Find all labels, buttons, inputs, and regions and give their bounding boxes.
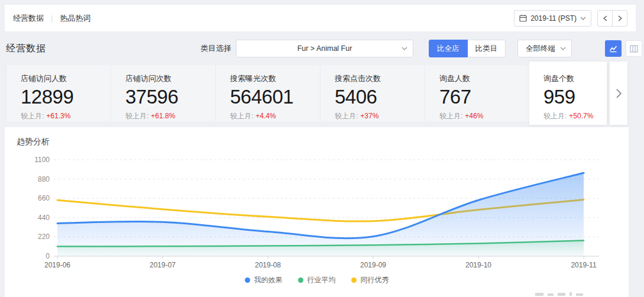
nav-divider: | — [51, 14, 53, 22]
svg-text:440: 440 — [38, 214, 50, 222]
legend-item-industry-average[interactable]: 行业平均 — [298, 275, 336, 285]
mom-value: +61.8% — [151, 112, 175, 120]
prev-month-button[interactable] — [597, 10, 613, 27]
trend-analysis-panel: 趋势分析 022044066088011002019-062019-072019… — [5, 127, 629, 297]
svg-text:220: 220 — [38, 233, 50, 241]
category-select[interactable]: Fur > Animal Fur — [236, 40, 413, 57]
mom-value: +4.4% — [255, 112, 276, 120]
kpi-card-inquiry-people[interactable]: 询盘人数 767 较上月:+46% — [425, 65, 529, 121]
kpi-value: 37596 — [125, 86, 215, 108]
legend-item-top-peers[interactable]: 同行优秀 — [351, 275, 389, 285]
kpi-card-store-visits[interactable]: 店铺访问次数 37596 较上月:+61.8% — [111, 65, 215, 121]
legend-dot-blue — [245, 277, 250, 283]
kpi-value: 12899 — [21, 86, 111, 108]
mom-label: 较上月: — [125, 112, 148, 120]
table-icon — [630, 45, 638, 53]
mom-label: 较上月: — [439, 112, 462, 120]
kpi-card-inquiry-count[interactable]: 询盘个数 959 较上月:+50.7% — [529, 62, 607, 125]
mom-value: +50.7% — [569, 112, 593, 120]
terminal-select[interactable]: 全部终端 — [517, 40, 572, 57]
svg-text:2019-06: 2019-06 — [44, 261, 70, 269]
kpi-label: 店铺访问人数 — [21, 73, 111, 84]
svg-text:2019-09: 2019-09 — [360, 261, 386, 269]
legend-dot-green — [298, 277, 303, 283]
chevron-right-icon — [616, 89, 622, 98]
filter-toolbar: 经营数据 类目选择 Fur > Animal Fur 比全店 比类目 全部终端 — [5, 37, 642, 60]
trend-line-chart[interactable]: 022044066088011002019-062019-072019-0820… — [5, 127, 629, 272]
legend-dot-yellow — [351, 277, 357, 283]
chart-view-button[interactable] — [605, 40, 622, 57]
kpi-label: 搜索曝光次数 — [230, 73, 320, 84]
svg-text:0: 0 — [46, 252, 50, 260]
chevron-down-icon — [560, 47, 566, 50]
kpi-label: 询盘个数 — [543, 73, 607, 84]
mom-label: 较上月: — [230, 112, 253, 120]
svg-text:2019-10: 2019-10 — [465, 261, 491, 269]
mom-label: 较上月: — [543, 112, 567, 120]
svg-text:2019-08: 2019-08 — [255, 261, 281, 269]
svg-text:660: 660 — [38, 194, 50, 202]
top-nav-bar: 经营数据 | 热品热词 2019-11 (PST) — [5, 5, 636, 31]
svg-text:1100: 1100 — [34, 156, 50, 164]
calendar-icon — [519, 14, 527, 22]
kpi-card-search-clicks[interactable]: 搜索点击次数 5406 较上月:+37% — [320, 65, 425, 121]
date-range-select[interactable]: 2019-11 (PST) — [514, 10, 591, 27]
chevron-down-icon — [580, 17, 586, 20]
line-chart-icon — [609, 44, 617, 53]
chevron-down-icon — [402, 47, 407, 50]
nav-tab-business-data[interactable]: 经营数据 — [13, 13, 44, 24]
legend-label: 我的效果 — [254, 275, 283, 285]
compare-whole-store-button[interactable]: 比全店 — [429, 40, 468, 57]
kpi-label: 询盘人数 — [439, 73, 529, 84]
kpi-label: 搜索点击次数 — [335, 73, 425, 84]
legend-label: 行业平均 — [308, 275, 336, 285]
nav-tab-hot-keywords[interactable]: 热品热词 — [60, 13, 90, 24]
svg-text:2019-07: 2019-07 — [150, 261, 176, 269]
section-title: 经营数据 — [6, 43, 46, 55]
kpi-cards-row: 店铺访问人数 12899 较上月:+61.3% 店铺访问次数 37596 较上月… — [6, 62, 629, 125]
mom-value: +37% — [360, 112, 378, 120]
legend-item-my-performance[interactable]: 我的效果 — [245, 275, 283, 285]
svg-text:880: 880 — [38, 175, 50, 183]
kpi-scroll-next-button[interactable] — [610, 62, 627, 125]
mom-label: 较上月: — [21, 112, 44, 120]
category-select-value: Fur > Animal Fur — [297, 44, 352, 53]
table-view-button[interactable] — [626, 40, 642, 57]
date-range-value: 2019-11 (PST) — [530, 14, 577, 22]
chevron-right-icon — [618, 15, 622, 21]
compare-toggle-group: 比全店 比类目 — [429, 40, 506, 57]
svg-text:2019-11: 2019-11 — [571, 261, 596, 269]
legend-label: 同行优秀 — [361, 275, 389, 285]
chart-legend: 我的效果 行业平均 同行优秀 — [5, 275, 629, 285]
next-month-button[interactable] — [612, 10, 627, 27]
mom-value: +61.3% — [46, 112, 70, 120]
kpi-value: 959 — [543, 86, 607, 108]
chevron-left-icon — [603, 15, 607, 21]
view-toggle-group — [605, 40, 642, 57]
clipped-text-fragment — [535, 292, 583, 296]
kpi-card-store-visitors[interactable]: 店铺访问人数 12899 较上月:+61.3% — [6, 65, 111, 121]
terminal-select-value: 全部终端 — [526, 44, 555, 54]
kpi-value: 767 — [439, 86, 529, 108]
kpi-card-search-impressions[interactable]: 搜索曝光次数 564601 较上月:+4.4% — [215, 65, 320, 121]
mom-label: 较上月: — [335, 112, 358, 120]
mom-value: +46% — [465, 112, 483, 120]
compare-category-button[interactable]: 比类目 — [468, 40, 506, 57]
kpi-label: 店铺访问次数 — [125, 73, 215, 84]
kpi-value: 564601 — [230, 86, 320, 108]
kpi-value: 5406 — [335, 86, 425, 108]
category-select-label: 类目选择 — [200, 43, 231, 54]
